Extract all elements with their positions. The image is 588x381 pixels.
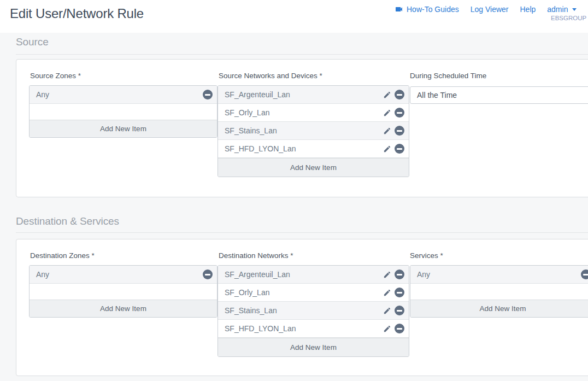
how-to-guides-label: How-To Guides: [407, 5, 459, 14]
page-title: Edit User/Network Rule: [10, 6, 144, 21]
list-item: SF_HFD_LYON_Lan: [218, 140, 409, 158]
remove-icon[interactable]: [581, 269, 588, 279]
source-panel: Source Zones * Source Networks and Devic…: [16, 59, 588, 197]
edit-icon[interactable]: [383, 271, 391, 279]
log-viewer-label: Log Viewer: [471, 5, 509, 14]
remove-icon[interactable]: [395, 306, 404, 315]
edit-icon[interactable]: [383, 145, 391, 153]
source-zones-label: Source Zones *: [30, 72, 81, 80]
remove-icon[interactable]: [395, 288, 404, 297]
add-source-zone-button[interactable]: Add New Item: [30, 120, 217, 137]
account-group-label: EBSGROUP: [551, 15, 586, 21]
edit-icon[interactable]: [383, 325, 391, 333]
add-destination-network-button[interactable]: Add New Item: [218, 338, 409, 356]
top-navigation: How-To Guides Log Viewer Help admin: [395, 5, 577, 14]
list-item: SF_Orly_Lan: [218, 104, 409, 122]
remove-icon[interactable]: [203, 269, 213, 279]
item-label: SF_Orly_Lan: [225, 288, 269, 297]
destination-zones-label: Destination Zones *: [30, 251, 95, 260]
list-item: SF_Argenteuil_Lan: [218, 86, 409, 104]
edit-icon[interactable]: [383, 289, 391, 297]
services-label: Services *: [410, 251, 443, 260]
edit-icon[interactable]: [383, 91, 391, 99]
top-header-bar: Edit User/Network Rule How-To Guides Log…: [0, 0, 588, 33]
help-label: Help: [520, 5, 536, 14]
destination-panel: Destination Zones * Destination Networks…: [16, 239, 588, 376]
source-section-heading: Source: [16, 36, 49, 48]
list-empty-space: [410, 284, 588, 300]
section-divider: [16, 54, 588, 55]
edit-icon[interactable]: [383, 127, 391, 135]
remove-icon[interactable]: [395, 324, 404, 333]
item-label: SF_Orly_Lan: [225, 108, 269, 117]
add-destination-zone-button[interactable]: Add New Item: [30, 300, 217, 317]
destination-networks-list: SF_Argenteuil_Lan SF_Orly_Lan SF_Stains_…: [217, 265, 409, 357]
list-empty-space: [30, 284, 217, 300]
remove-icon[interactable]: [395, 90, 404, 99]
add-service-button[interactable]: Add New Item: [410, 300, 588, 317]
item-label: SF_Stains_Lan: [225, 126, 277, 135]
source-networks-label: Source Networks and Devices *: [219, 72, 322, 80]
log-viewer-link[interactable]: Log Viewer: [471, 5, 509, 14]
remove-icon[interactable]: [395, 108, 404, 118]
section-divider: [16, 232, 588, 233]
item-label: Any: [417, 270, 430, 279]
help-link[interactable]: Help: [520, 5, 536, 14]
remove-icon[interactable]: [395, 126, 404, 136]
item-label: SF_HFD_LYON_Lan: [225, 324, 296, 333]
item-label: SF_Argenteuil_Lan: [225, 90, 290, 99]
list-item: Any: [30, 86, 217, 104]
list-item: Any: [410, 266, 588, 284]
edit-icon[interactable]: [383, 307, 391, 315]
item-label: SF_HFD_LYON_Lan: [225, 144, 296, 153]
list-item: Any: [30, 266, 217, 284]
how-to-guides-link[interactable]: How-To Guides: [395, 5, 459, 14]
remove-icon[interactable]: [203, 90, 213, 99]
source-zones-list: Any Add New Item: [29, 85, 217, 138]
source-networks-list: SF_Argenteuil_Lan SF_Orly_Lan SF_Stains_…: [217, 85, 409, 177]
item-label: SF_Argenteuil_Lan: [225, 270, 290, 279]
destination-networks-label: Destination Networks *: [219, 251, 293, 260]
list-item: SF_Orly_Lan: [218, 284, 409, 302]
list-item: SF_Argenteuil_Lan: [218, 266, 409, 284]
item-label: Any: [36, 270, 49, 279]
chevron-down-icon: [572, 8, 577, 11]
schedule-label: During Scheduled Time: [410, 72, 486, 80]
remove-icon[interactable]: [395, 269, 404, 279]
remove-icon[interactable]: [395, 144, 404, 154]
schedule-value: All the Time: [417, 91, 457, 99]
services-list: Any Add New Item: [410, 265, 588, 318]
list-empty-space: [30, 104, 217, 120]
destination-section-heading: Destination & Services: [16, 215, 119, 227]
video-camera-icon: [395, 5, 403, 14]
list-item: SF_HFD_LYON_Lan: [218, 320, 409, 338]
destination-zones-list: Any Add New Item: [29, 265, 217, 318]
edit-icon[interactable]: [383, 109, 391, 117]
list-item: SF_Stains_Lan: [218, 302, 409, 320]
admin-label: admin: [547, 5, 568, 14]
item-label: Any: [36, 90, 49, 99]
schedule-select[interactable]: All the Time: [410, 86, 588, 104]
item-label: SF_Stains_Lan: [225, 306, 277, 315]
list-item: SF_Stains_Lan: [218, 122, 409, 140]
admin-menu[interactable]: admin: [547, 5, 577, 14]
add-source-network-button[interactable]: Add New Item: [218, 158, 409, 177]
